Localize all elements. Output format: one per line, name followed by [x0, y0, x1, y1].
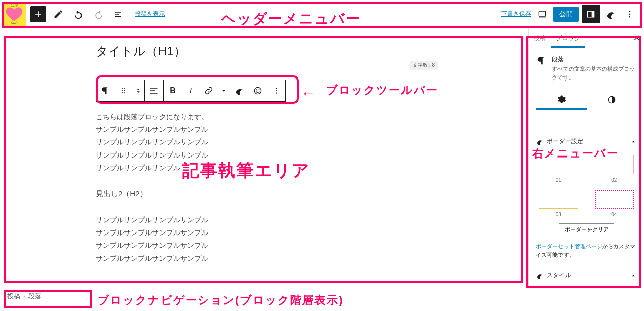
more-format-button[interactable]	[218, 80, 230, 101]
svg-point-7	[122, 88, 123, 89]
edit-button[interactable]	[50, 6, 66, 22]
border-option-01[interactable]	[539, 155, 578, 174]
panel-style: スタイル	[529, 265, 644, 286]
svg-rect-3	[592, 11, 594, 17]
svg-point-9	[122, 90, 123, 91]
panel-border: ボーダー設定 01 02 03 04 ボーダーをクリア ボーダーセット管理ページ…	[529, 131, 644, 265]
view-post-link[interactable]: 投稿を表示	[135, 10, 165, 18]
swoosh-icon	[234, 86, 245, 96]
align-button[interactable]	[145, 80, 163, 101]
emoji-icon	[253, 86, 263, 96]
italic-button[interactable]: I	[182, 80, 200, 101]
paragraph-line[interactable]: サンプルサンプルサンプルサンプル	[96, 214, 498, 226]
char-count-badge: 文字数 : 8	[410, 61, 438, 70]
paragraph-line[interactable]: こちらは段落ブロックになります。	[96, 111, 498, 123]
redo-icon	[94, 9, 104, 19]
breadcrumb-item[interactable]: 投稿	[7, 292, 20, 301]
panel-border-title: ボーダー設定	[547, 137, 583, 146]
link-button[interactable]	[200, 80, 218, 101]
block-toolbar: B I	[96, 80, 286, 102]
sidebar-tabs: 投稿 ブロック ✕	[529, 28, 644, 48]
svg-point-14	[256, 89, 257, 90]
block-type-button[interactable]	[96, 80, 114, 101]
header-toolbar: はぴ ゆめ 投稿を表示 下書き保存 公開	[0, 0, 644, 28]
sidebar-icon	[586, 9, 596, 19]
dots-vertical-icon	[272, 87, 280, 95]
chevron-right-icon: ›	[23, 292, 25, 300]
svg-point-5	[629, 13, 630, 14]
more-menu-button[interactable]	[622, 6, 638, 22]
emoji-button[interactable]	[249, 80, 267, 101]
preview-icon	[537, 9, 547, 19]
paragraph-line[interactable]: サンプルサンプルサンプルサンプル	[96, 239, 498, 252]
swoosh-icon	[536, 138, 544, 146]
block-more-button[interactable]	[267, 80, 285, 101]
paragraph-line[interactable]: サンプルサンプルサンプルサンプル	[96, 226, 498, 239]
svg-point-8	[124, 88, 125, 89]
preview-button[interactable]	[534, 6, 550, 22]
align-icon	[149, 86, 159, 96]
clear-border-button[interactable]: ボーダーをクリア	[559, 223, 614, 236]
site-logo[interactable]: はぴ ゆめ	[2, 2, 26, 26]
svg-point-16	[276, 88, 277, 89]
move-buttons[interactable]	[132, 80, 144, 101]
undo-button[interactable]	[70, 6, 87, 22]
save-draft-button[interactable]: 下書き保存	[501, 10, 531, 18]
header-right: 下書き保存 公開	[501, 5, 638, 23]
panel-style-title: スタイル	[547, 271, 571, 280]
close-sidebar-button[interactable]: ✕	[633, 33, 640, 43]
chevron-up-icon	[630, 272, 637, 279]
publish-button[interactable]: 公開	[553, 7, 579, 22]
sidebar-body: 段落 すべての文章の基本の構成ブロックです。	[529, 48, 644, 131]
drag-handle[interactable]	[114, 80, 132, 101]
subtab-settings[interactable]	[536, 90, 587, 110]
dots-vertical-icon	[625, 10, 634, 19]
tab-post[interactable]: 投稿	[529, 28, 551, 48]
post-title[interactable]: タイトル（H1）	[96, 43, 498, 59]
block-desc-text: すべての文章の基本の構成ブロックです。	[552, 65, 637, 82]
drag-icon	[119, 87, 127, 95]
svg-point-12	[124, 92, 125, 93]
settings-sidebar-toggle[interactable]	[582, 5, 600, 23]
swoosh-icon	[536, 272, 544, 280]
chevron-up-icon	[630, 138, 637, 145]
paragraph-line[interactable]: サンプルサンプルサンプルサンプル	[96, 123, 498, 136]
panel-border-head[interactable]: ボーダー設定	[529, 131, 644, 152]
heading-2[interactable]: 見出し2（H2）	[96, 189, 498, 199]
swoosh-toolbar-button[interactable]	[230, 80, 249, 101]
subtab-styles[interactable]	[587, 90, 637, 110]
theme-toggle-button[interactable]	[603, 6, 619, 22]
svg-point-10	[124, 90, 125, 91]
tab-block[interactable]: ブロック	[551, 28, 585, 48]
plus-icon	[33, 9, 43, 19]
settings-sidebar: 投稿 ブロック ✕ 段落 すべての文章の基本の構成ブロックです。 ボーダー設定	[528, 28, 644, 286]
border-options: 01 02 03 04	[529, 152, 644, 223]
bold-button[interactable]: B	[164, 80, 182, 101]
svg-point-4	[629, 11, 630, 12]
svg-point-15	[259, 89, 260, 90]
outline-button[interactable]	[111, 6, 127, 22]
breadcrumb-item[interactable]: 段落	[28, 292, 41, 301]
paragraph-line[interactable]: サンプルサンプルサンプルサンプル	[96, 149, 498, 162]
svg-point-17	[276, 90, 277, 91]
move-icon	[135, 86, 142, 96]
link-icon	[204, 86, 214, 96]
border-option-03[interactable]	[539, 190, 578, 209]
paragraph-line[interactable]: サンプルサンプルサンプルサンプル	[96, 136, 498, 148]
swoosh-icon	[605, 9, 616, 20]
border-settings-link[interactable]: ボーダーセット管理ページ	[536, 243, 602, 249]
sidebar-subtabs	[536, 90, 637, 110]
paragraph-line[interactable]: サンプルサンプルサンプル	[96, 162, 498, 174]
add-block-button[interactable]	[30, 6, 46, 22]
redo-button[interactable]	[91, 6, 107, 22]
header-left: はぴ ゆめ 投稿を表示	[2, 2, 165, 26]
panel-style-head[interactable]: スタイル	[529, 265, 644, 286]
border-option-04[interactable]	[595, 190, 634, 209]
border-option-02[interactable]	[595, 155, 634, 174]
chevron-down-icon	[220, 87, 227, 94]
block-breadcrumb: 投稿 › 段落	[0, 286, 644, 306]
paragraph-line[interactable]: サンプルサンプルサンプルサンプル	[96, 252, 498, 265]
pencil-icon	[53, 9, 63, 19]
svg-rect-0	[539, 11, 545, 16]
editor-canvas[interactable]: タイトル（H1） 文字数 : 8 B I	[0, 28, 528, 286]
